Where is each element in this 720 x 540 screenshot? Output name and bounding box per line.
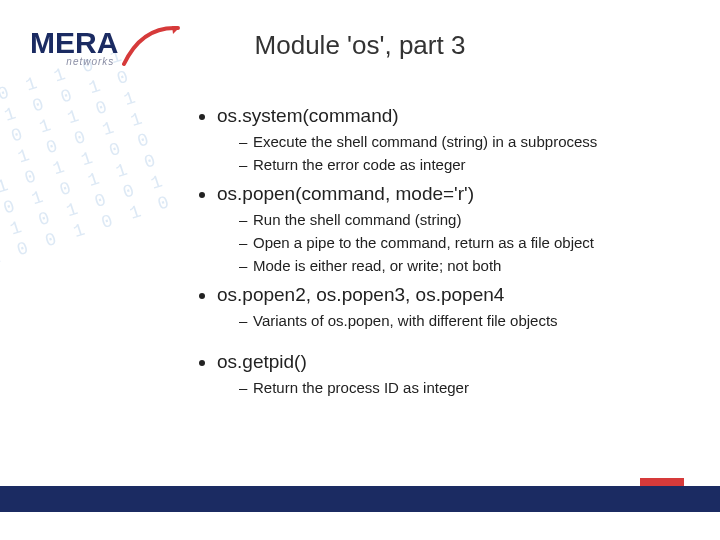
- sub-bullet-list: Variants of os.popen, with different fil…: [217, 312, 597, 329]
- bullet-head: os.getpid(): [217, 351, 307, 372]
- bullet-head: os.system(command): [217, 105, 399, 126]
- sub-bullet-item: Return the process ID as integer: [239, 379, 597, 396]
- sub-bullet-item: Run the shell command (string): [239, 211, 597, 228]
- sub-bullet-list: Run the shell command (string)Open a pip…: [217, 211, 597, 274]
- sub-bullet-item: Execute the shell command (string) in a …: [239, 133, 597, 150]
- sub-bullet-item: Return the error code as integer: [239, 156, 597, 173]
- bullet-list: os.system(command)Execute the shell comm…: [195, 105, 597, 396]
- sub-bullet-list: Execute the shell command (string) in a …: [217, 133, 597, 173]
- bullet-item: os.popen2, os.popen3, os.popen4Variants …: [217, 284, 597, 329]
- bullet-item: os.system(command)Execute the shell comm…: [217, 105, 597, 173]
- sub-bullet-list: Return the process ID as integer: [217, 379, 597, 396]
- slide-title: Module 'os', part 3: [0, 30, 720, 61]
- sub-bullet-item: Variants of os.popen, with different fil…: [239, 312, 597, 329]
- bullet-item: os.getpid()Return the process ID as inte…: [217, 351, 597, 396]
- bullet-head: os.popen2, os.popen3, os.popen4: [217, 284, 504, 305]
- slide-body: os.system(command)Execute the shell comm…: [195, 105, 597, 406]
- sub-bullet-item: Open a pipe to the command, return as a …: [239, 234, 597, 251]
- footer-accent: [640, 478, 684, 486]
- bullet-head: os.popen(command, mode='r'): [217, 183, 474, 204]
- bullet-item: os.popen(command, mode='r')Run the shell…: [217, 183, 597, 274]
- footer-bar: [0, 486, 720, 512]
- sub-bullet-item: Mode is either read, or write; not both: [239, 257, 597, 274]
